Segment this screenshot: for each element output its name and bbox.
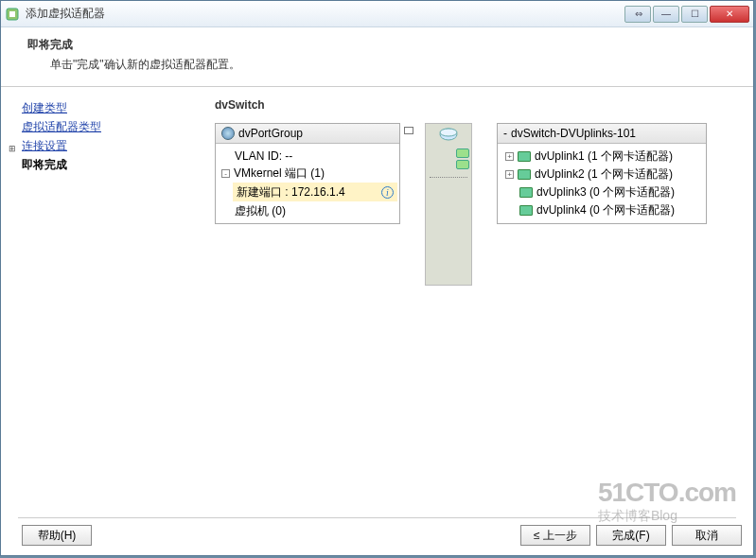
uplinks-name: dvSwitch-DVUplinks-101: [511, 127, 636, 140]
uplinks-body: +dvUplink1 (1 个网卡适配器) +dvUplink2 (1 个网卡适…: [498, 144, 706, 223]
portgroup-name: dvPortGroup: [238, 127, 303, 140]
svg-point-3: [440, 129, 457, 136]
minimize-button[interactable]: —: [653, 6, 679, 23]
window-title: 添加虚拟适配器: [26, 6, 624, 22]
connector-left: [404, 123, 421, 138]
help-button[interactable]: 帮助(H): [22, 525, 92, 546]
wizard-body: 创建类型 虚拟适配器类型 连接设置 即将完成 dvSwitch dvPortGr…: [1, 87, 753, 514]
header-description: 单击"完成"确认新的虚拟适配器配置。: [27, 57, 736, 73]
cancel-button[interactable]: 取消: [672, 525, 742, 546]
footer-buttons: ≤ 上一步 完成(F) 取消: [520, 525, 742, 546]
wizard-content: dvSwitch dvPortGroup VLAN ID: -- -VMkern…: [200, 87, 753, 514]
wizard-header: 即将完成 单击"完成"确认新的虚拟适配器配置。: [1, 27, 753, 87]
port-indicator-icon: [456, 148, 469, 158]
svg-rect-1: [9, 11, 15, 17]
port-indicators: [456, 147, 469, 171]
wizard-steps-sidebar: 创建类型 虚拟适配器类型 连接设置 即将完成: [1, 87, 200, 514]
expand-icon[interactable]: +: [505, 152, 514, 161]
switch-icon: [439, 128, 458, 144]
new-port-label: 新建端口 : 172.16.1.4: [237, 183, 345, 201]
nic-icon: [518, 151, 531, 162]
titlebar: 添加虚拟适配器 ⇔ — ☐ ✕: [1, 1, 753, 27]
nic-icon: [518, 169, 531, 180]
nic-icon: [519, 187, 533, 198]
expand-icon[interactable]: +: [505, 170, 514, 179]
finish-button[interactable]: 完成(F): [596, 525, 666, 546]
uplink-item[interactable]: +dvUplink1 (1 个网卡适配器): [503, 148, 700, 166]
switch-column: [425, 123, 472, 286]
nic-icon: [519, 205, 533, 216]
wizard-footer: 帮助(H) ≤ 上一步 完成(F) 取消: [1, 518, 753, 555]
globe-icon: [221, 127, 235, 140]
dvswitch-title: dvSwitch: [215, 98, 742, 112]
step-adapter-type[interactable]: 虚拟适配器类型: [22, 117, 194, 136]
uplinks-panel: - dvSwitch-DVUplinks-101 +dvUplink1 (1 个…: [497, 123, 707, 224]
portgroup-body: VLAN ID: -- -VMkernel 端口 (1) 新建端口 : 172.…: [216, 144, 399, 223]
collapse-icon[interactable]: -: [221, 169, 230, 178]
portgroup-header: dvPortGroup: [216, 124, 399, 144]
uplinks-header: - dvSwitch-DVUplinks-101: [498, 124, 706, 144]
link-line: [430, 177, 467, 178]
port-indicator-icon: [456, 160, 469, 169]
vmkernel-row[interactable]: -VMkernel 端口 (1): [221, 165, 394, 182]
context-help-button[interactable]: ⇔: [624, 6, 651, 23]
step-ready-complete: 即将完成: [22, 155, 194, 174]
step-create-type[interactable]: 创建类型: [22, 98, 194, 117]
footer-separator: [18, 517, 736, 518]
uplink-item[interactable]: +dvUplink2 (1 个网卡适配器): [503, 166, 700, 183]
dialog-window: 添加虚拟适配器 ⇔ — ☐ ✕ 即将完成 单击"完成"确认新的虚拟适配器配置。 …: [0, 0, 754, 556]
app-icon: [5, 7, 20, 22]
uplink-item[interactable]: dvUplink3 (0 个网卡适配器): [503, 183, 700, 201]
info-icon[interactable]: i: [381, 186, 394, 199]
new-port-row[interactable]: 新建端口 : 172.16.1.4 i: [233, 183, 397, 201]
collapse-icon[interactable]: -: [503, 127, 507, 140]
window-buttons: ⇔ — ☐ ✕: [624, 6, 749, 23]
connector-right: [476, 123, 493, 138]
vm-row: 虚拟机 (0): [235, 202, 394, 219]
close-button[interactable]: ✕: [710, 6, 749, 23]
back-button[interactable]: ≤ 上一步: [520, 525, 590, 546]
header-title: 即将完成: [27, 37, 736, 53]
uplink-item[interactable]: dvUplink4 (0 个网卡适配器): [503, 201, 700, 219]
portgroup-panel: dvPortGroup VLAN ID: -- -VMkernel 端口 (1)…: [215, 123, 400, 224]
step-connection-settings[interactable]: 连接设置: [22, 136, 194, 155]
network-diagram: dvPortGroup VLAN ID: -- -VMkernel 端口 (1)…: [215, 123, 742, 286]
maximize-button[interactable]: ☐: [681, 6, 708, 23]
vlan-row: VLAN ID: --: [235, 148, 394, 165]
